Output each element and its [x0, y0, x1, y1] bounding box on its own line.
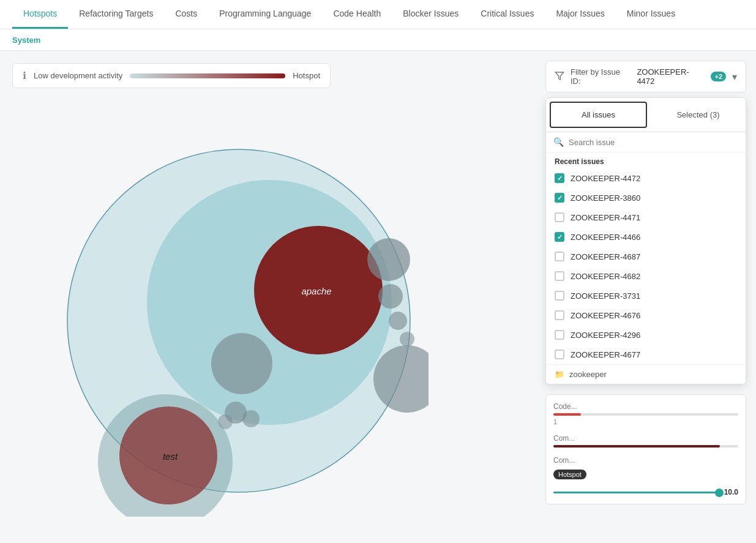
list-item[interactable]: ZOOKEEPER-4472 [546, 168, 746, 188]
metric-code-row: Code... 1 [553, 402, 738, 425]
metric-hotspot-label: Com... [553, 456, 738, 465]
issue-id-label: ZOOKEEPER-4677 [571, 350, 640, 359]
metric-complexity-bar [553, 445, 738, 448]
info-icon: ℹ [23, 70, 26, 81]
right-panel: Filter by Issue ID: ZOOKEEPER-4472 +2 ▾ … [536, 51, 756, 529]
filter-label: Filter by Issue ID: [571, 67, 631, 86]
list-item[interactable]: ZOOKEEPER-4676 [546, 305, 746, 325]
filter-bar[interactable]: Filter by Issue ID: ZOOKEEPER-4472 +2 ▾ [545, 61, 746, 92]
search-row: 🔍 [546, 132, 746, 152]
metric-complexity-row: Com... [553, 434, 738, 448]
filter-badge: +2 [711, 72, 726, 81]
hotspot-label: Hotspot [293, 71, 320, 80]
issue-id-label: ZOOKEEPER-4471 [571, 213, 640, 222]
issue-tabs: All issues Selected (3) [546, 98, 746, 132]
list-item[interactable]: ZOOKEEPER-4466 [546, 227, 746, 247]
list-item[interactable]: ZOOKEEPER-4471 [546, 208, 746, 227]
recent-issues-label: Recent issues [546, 152, 746, 168]
metric-code-bar [553, 413, 738, 416]
issue-checkbox[interactable] [555, 271, 564, 281]
metric-hotspot-row: Com... Hotspot [553, 456, 738, 479]
tab-refactoring[interactable]: Refactoring Targets [68, 0, 164, 29]
issue-dropdown-panel: All issues Selected (3) 🔍 Recent issues … [545, 97, 746, 384]
sub-header: System [0, 29, 756, 51]
search-input[interactable] [569, 138, 738, 147]
issue-id-label: ZOOKEEPER-4676 [571, 311, 640, 320]
svg-point-5 [389, 312, 407, 330]
metric-complexity-fill [553, 445, 720, 448]
svg-point-3 [367, 238, 410, 281]
filter-value: ZOOKEEPER-4472 [637, 67, 705, 86]
metric-code-fill [553, 413, 581, 416]
list-item[interactable]: ZOOKEEPER-4296 [546, 325, 746, 345]
slider-track [553, 492, 719, 493]
test-label: test [163, 451, 178, 462]
slider-value: 10.0 [724, 488, 738, 496]
issue-checkbox[interactable] [555, 212, 564, 222]
bubble-chart[interactable]: apache [12, 100, 429, 517]
tab-hotspots[interactable]: Hotspots [12, 0, 68, 29]
tab-major-issues[interactable]: Major Issues [545, 0, 615, 29]
issue-checkbox[interactable] [555, 330, 564, 340]
issue-id-label: ZOOKEEPER-3860 [571, 193, 640, 203]
slider-row: 10.0 [553, 488, 738, 496]
list-item[interactable]: ZOOKEEPER-3860 [546, 188, 746, 208]
svg-point-7 [211, 333, 272, 394]
issue-id-label: ZOOKEEPER-4296 [571, 331, 640, 340]
filter-chevron-icon: ▾ [732, 71, 737, 83]
issue-checkbox[interactable] [555, 291, 564, 301]
hotspot-badge: Hotspot [553, 470, 586, 479]
issue-checkbox[interactable] [555, 350, 564, 359]
issue-checkbox[interactable] [555, 173, 564, 183]
issue-id-label: ZOOKEEPER-4466 [571, 233, 640, 242]
legend-bar: ℹ Low development activity Hotspot [12, 63, 331, 88]
svg-point-4 [378, 284, 403, 309]
slider-handle[interactable] [715, 489, 724, 497]
slider-fill [553, 492, 719, 493]
list-item[interactable]: ZOOKEEPER-3731 [546, 286, 746, 305]
tab-critical-issues[interactable]: Critical Issues [470, 0, 545, 29]
tab-minor-issues[interactable]: Minor Issues [616, 0, 686, 29]
footer-row: 📁 zookeeper [546, 364, 746, 384]
metric-complexity-label: Com... [553, 434, 738, 443]
svg-point-9 [242, 410, 260, 427]
filter-icon [555, 71, 564, 83]
tab-costs[interactable]: Costs [164, 0, 208, 29]
content-area: ℹ Low development activity Hotspot apach… [0, 51, 756, 529]
tab-blocker-issues[interactable]: Blocker Issues [392, 0, 470, 29]
issue-id-label: ZOOKEEPER-4472 [571, 174, 640, 183]
issue-list: ZOOKEEPER-4472ZOOKEEPER-3860ZOOKEEPER-44… [546, 168, 746, 364]
issue-checkbox[interactable] [555, 232, 564, 242]
issue-checkbox[interactable] [555, 252, 564, 261]
metric-code-label: Code... [553, 402, 738, 411]
list-item[interactable]: ZOOKEEPER-4682 [546, 266, 746, 286]
legend-gradient [130, 73, 285, 78]
tab-selected-issues[interactable]: Selected (3) [651, 98, 746, 132]
issue-checkbox[interactable] [555, 310, 564, 320]
issue-id-label: ZOOKEEPER-3731 [571, 291, 640, 301]
svg-point-6 [400, 332, 414, 346]
list-item[interactable]: ZOOKEEPER-4677 [546, 345, 746, 364]
folder-label: zookeeper [569, 370, 607, 379]
main-area: ℹ Low development activity Hotspot apach… [0, 51, 536, 529]
bubble-svg: apache [12, 100, 429, 517]
apache-label: apache [301, 286, 331, 296]
issue-id-label: ZOOKEEPER-4682 [571, 272, 640, 281]
issue-id-label: ZOOKEEPER-4687 [571, 252, 640, 261]
search-icon: 🔍 [553, 137, 564, 147]
top-navigation: Hotspots Refactoring Targets Costs Progr… [0, 0, 756, 29]
list-item[interactable]: ZOOKEEPER-4687 [546, 247, 746, 266]
tab-all-issues[interactable]: All issues [550, 102, 647, 128]
metric-code-value: 1 [553, 418, 738, 425]
issue-checkbox[interactable] [555, 193, 564, 203]
tab-code-health[interactable]: Code Health [322, 0, 392, 29]
legend-text: Low development activity [34, 71, 122, 80]
system-label: System [12, 36, 40, 45]
folder-icon: 📁 [555, 370, 564, 379]
metrics-panel: Code... 1 Com... Com... Hotspot [545, 394, 746, 504]
tab-programming-language[interactable]: Programming Language [208, 0, 322, 29]
